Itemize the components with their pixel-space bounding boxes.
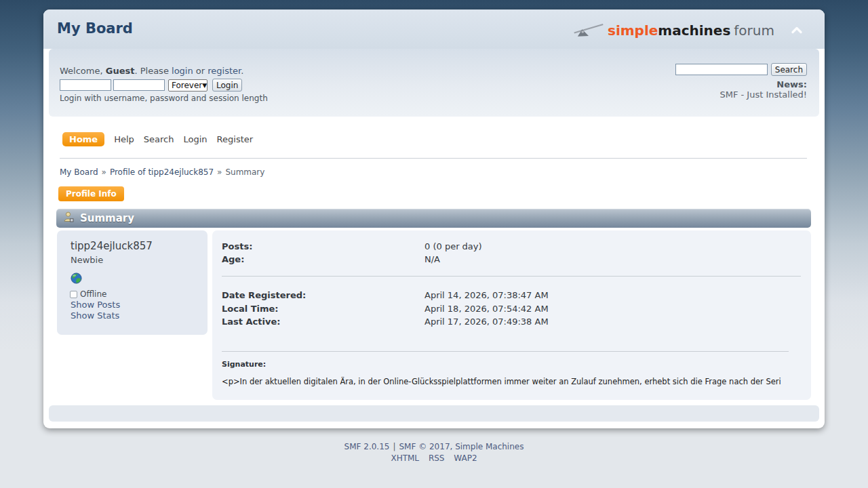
welcome-line: Welcome, Guest. Please login or register… [60,66,243,76]
breadcrumb-current: Summary [225,167,264,177]
show-posts-link[interactable]: Show Posts [71,300,120,310]
last-active-label: Last Active: [222,317,280,327]
footer-copyright: SMF 2.0.15|SMF © 2017, Simple Machines [0,442,868,451]
posts-label: Posts: [222,241,252,251]
show-stats-link[interactable]: Show Stats [71,310,119,321]
signature-divider [222,351,789,352]
logo-machines: machines [658,22,730,39]
guest-label: Guest [106,66,135,76]
rss-link[interactable]: RSS [429,453,445,463]
date-registered-value: April 14, 2026, 07:38:47 AM [425,290,549,300]
wap2-link[interactable]: WAP2 [454,453,477,463]
seesaw-logo-icon [574,20,604,41]
register-link[interactable]: register [208,66,241,76]
logo-text: simplemachinesforum [608,22,774,39]
breadcrumb-separator: » [217,167,222,177]
password-field[interactable] [113,79,165,91]
news-block: News: SMF - Just Installed! [719,80,807,100]
nav-tab-search[interactable]: Search [144,134,174,144]
local-time-value: April 18, 2026, 07:54:42 AM [425,304,549,314]
collapse-header-chevron-up-icon[interactable] [791,24,803,33]
smf-copyright-link[interactable]: SMF © 2017, Simple Machines [399,442,524,451]
session-length-select[interactable]: Forever ▼ [168,79,208,92]
status-badge: Offline [80,289,106,299]
username: tipp24ejluck857 [71,240,153,252]
breadcrumb: My Board»Profile of tipp24ejluck857»Summ… [60,167,264,177]
breadcrumb-board-link[interactable]: My Board [60,167,98,177]
login-link[interactable]: login [172,66,193,76]
or-text: or [193,66,208,76]
search-input[interactable] [675,64,768,75]
member-group: Newbie [71,255,103,265]
search-button[interactable]: Search [771,63,807,76]
news-text: SMF - Just Installed! [719,90,807,100]
logo-forum: forum [734,22,774,39]
age-value: N/A [425,254,440,264]
breadcrumb-profile-link[interactable]: Profile of tipp24ejluck857 [110,167,214,177]
user-summary-card: tipp24ejluck857 Newbie Offline Show Post… [57,230,208,335]
tab-profile-info[interactable]: Profile Info [58,186,124,201]
breadcrumb-separator: » [102,167,106,177]
session-length-value: Forever [172,81,202,90]
xhtml-link[interactable]: XHTML [391,453,419,463]
welcome-mid: . Please [134,66,172,76]
search-area: Search [675,63,807,76]
age-label: Age: [222,254,244,264]
date-registered-label: Date Registered: [222,290,306,300]
login-note: Login with username, password and sessio… [60,94,268,103]
posts-value: 0 (0 per day) [425,241,482,251]
website-globe-icon[interactable] [71,272,82,284]
forum-header: My Board simplemachinesforum [43,9,825,49]
page-title: My Board [57,20,133,37]
news-label: News: [719,80,807,89]
profile-details-panel: Posts: 0 (0 per day) Age: N/A Date Regis… [212,230,811,400]
section-title: Summary [80,212,134,224]
container-footer-strip [49,405,819,422]
smf-version-link[interactable]: SMF 2.0.15 [344,442,390,451]
profile-person-icon [64,211,74,225]
nav-tab-help[interactable]: Help [114,134,134,144]
nav-tab-login[interactable]: Login [184,134,208,144]
status-row: Offline [70,289,106,299]
upper-section: Welcome, Guest. Please login or register… [49,49,819,117]
offline-indicator-icon [70,291,77,298]
nav-tab-home[interactable]: Home [62,132,104,146]
forum-window: My Board simplemachinesforum Welcome, Gu… [43,9,825,428]
signature-label: Signature: [222,360,266,369]
main-nav: Home Help Search Login Register [62,132,253,146]
quick-login-form: Forever ▼ Login [60,79,242,92]
summary-titlebar: Summary [56,209,811,228]
login-button[interactable]: Login [212,79,242,92]
nav-tab-register[interactable]: Register [217,134,254,144]
sentence-end: . [241,66,243,76]
signature-text: <p>In der aktuellen digitalen Ära, in de… [222,377,781,386]
logo-simple: simple [608,22,658,39]
nav-divider [60,158,807,159]
details-divider [222,276,801,277]
footer-separator: | [393,442,395,451]
footer-links: XHTML RSS WAP2 [0,453,868,463]
local-time-label: Local Time: [222,304,279,314]
smf-logo: simplemachinesforum [574,20,774,41]
last-active-value: April 17, 2026, 07:49:38 AM [425,317,549,327]
chevron-down-icon: ▼ [202,82,207,89]
welcome-prefix: Welcome, [60,66,106,76]
username-field[interactable] [60,79,111,91]
